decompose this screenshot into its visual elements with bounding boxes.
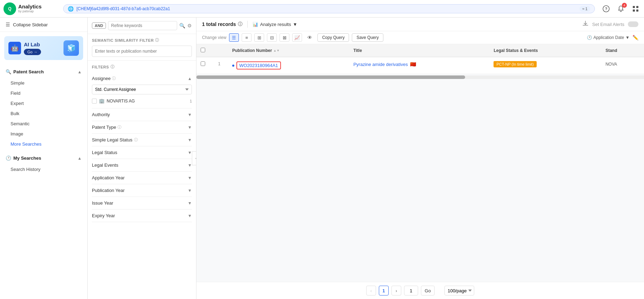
sidebar-item-search-history[interactable]: Search History [0, 164, 87, 174]
next-page-button[interactable]: › [391, 286, 401, 295]
assignee-select[interactable]: Std. Current Assignee [92, 85, 192, 94]
view-grid-button[interactable]: ⊞ [254, 33, 264, 42]
filter-keyword-input[interactable] [108, 21, 177, 30]
per-page-select[interactable]: 100/page [444, 286, 474, 295]
edit-columns-button[interactable]: ✏️ [632, 35, 638, 40]
table-header-row: Publication Number ▲▼ Title Legal Status… [196, 44, 644, 57]
prev-page-button[interactable]: ‹ [366, 286, 376, 295]
issue-year-chevron: ▼ [188, 201, 192, 206]
th-stand: Stand [601, 44, 644, 57]
set-email-label: Set Email Alerts [592, 22, 624, 27]
expiry-year-label: Expiry Year [92, 213, 115, 218]
patent-type-filter-header[interactable]: Patent Type ⓘ ▼ [92, 121, 192, 133]
application-year-chevron: ▼ [188, 175, 192, 180]
ai-lab-info: AI Lab Go → [24, 41, 41, 55]
url-bar[interactable]: 🌐 [CHEM]6a42d9f8-d031-487d-b7a6-acb70cab… [63, 4, 595, 13]
logo-area: Q Analytics by patsnap [4, 2, 60, 15]
eye-button[interactable]: 👁 [305, 33, 315, 42]
building-icon: 🏢 [99, 98, 105, 104]
filter-panel-collapse-handle[interactable]: ‹ [192, 151, 196, 165]
legal-status-cell: PCT-NP (In time limit) [489, 57, 601, 74]
row-checkbox[interactable] [201, 61, 205, 66]
analyze-results-button[interactable]: 📊 Analyze results ▼ [253, 22, 297, 27]
select-all-checkbox[interactable] [201, 48, 205, 52]
simple-legal-status-filter-header[interactable]: Simple Legal Status ⓘ ▼ [92, 134, 192, 146]
sort-chevron: ▼ [625, 35, 630, 40]
results-info-icon[interactable]: ⓘ [238, 21, 242, 27]
assignee-count-novartis: 1 [190, 99, 192, 103]
sidebar-item-image[interactable]: Image [0, 129, 87, 139]
collapse-sidebar-btn[interactable]: ☰ Collapse Sidebar [0, 18, 87, 32]
save-query-button[interactable]: Save Query [352, 33, 383, 42]
ai-lab-banner[interactable]: 🤖 AI Lab Go → 🧊 [4, 36, 83, 60]
view-list-button[interactable]: ☰ [229, 33, 239, 42]
my-searches-header[interactable]: 🕐 My Searches ▲ [0, 152, 87, 164]
assignee-filter-header[interactable]: Assignee ⓘ ▲ [92, 72, 192, 85]
legal-events-filter-header[interactable]: Legal Events ▼ [92, 159, 192, 171]
assignee-checkbox-novartis[interactable] [92, 99, 97, 104]
filter-search-button[interactable]: 🔍 [179, 23, 185, 28]
page-number-input[interactable] [404, 286, 418, 295]
ai-lab-label: AI Lab [24, 41, 41, 47]
assignee-filter-body: Std. Current Assignee 🏢 NOVARTIS AG 1 [92, 85, 192, 108]
patent-search-header[interactable]: 🔍 Patent Search ▲ [0, 66, 87, 78]
help-icon[interactable]: ? [601, 4, 611, 14]
assignee-label: Assignee ⓘ [92, 76, 116, 81]
legal-events-label: Legal Events [92, 162, 118, 168]
simple-legal-status-label: Simple Legal Status ⓘ [92, 137, 138, 142]
patent-search-label: 🔍 Patent Search [6, 69, 44, 74]
authority-filter-header[interactable]: Authority ▼ [92, 108, 192, 121]
svg-text:Q: Q [8, 6, 11, 11]
sidebar-item-more-searches[interactable]: More Searches [0, 139, 87, 149]
email-alerts-toggle[interactable] [628, 21, 638, 27]
sort-button[interactable]: 🕐 Application Date ▼ [587, 35, 630, 40]
semantic-section: SEMANTIC SIMILARITY FILTER ⓘ [88, 34, 196, 61]
issue-year-filter-header[interactable]: Issue Year ▼ [92, 197, 192, 209]
legal-events-filter-group: Legal Events ▼ [92, 159, 192, 172]
application-year-filter-group: Application Year ▼ [92, 172, 192, 184]
logo-main: Analytics [18, 4, 42, 10]
th-pub-number[interactable]: Publication Number ▲▼ [228, 44, 349, 57]
sidebar-item-bulk[interactable]: Bulk [0, 108, 87, 119]
horizontal-scrollbar[interactable] [196, 75, 644, 79]
results-toolbar: 1 total records ⓘ 📊 Analyze results ▼ Se… [196, 18, 644, 31]
sidebar-item-simple[interactable]: Simple [0, 78, 87, 88]
application-year-filter-header[interactable]: Application Year ▼ [92, 172, 192, 184]
main-content: 1 total records ⓘ 📊 Analyze results ▼ Se… [196, 18, 644, 299]
pub-number-cell: WO2023180964A1 [228, 57, 349, 74]
legal-status-filter-header[interactable]: Legal Status ▼ [92, 146, 192, 159]
th-checkbox [196, 44, 210, 57]
and-badge[interactable]: AND [92, 22, 106, 29]
publication-year-filter-header[interactable]: Publication Year ▼ [92, 184, 192, 197]
sidebar-item-semantic[interactable]: Semantic [0, 119, 87, 129]
authority-label: Authority [92, 112, 110, 117]
clock-icon: 🕐 [6, 155, 11, 161]
patent-search-chevron: ▲ [78, 69, 82, 74]
filters-section: FILTERS ⓘ Assignee ⓘ ▲ Std. Current Assi… [88, 61, 196, 226]
notification-icon[interactable]: 4 [616, 4, 626, 14]
ai-lab-go-button[interactable]: Go → [24, 49, 41, 55]
assignee-info-icon: ⓘ [112, 76, 116, 81]
horizontal-scroll-thumb [196, 75, 465, 79]
view-table-button[interactable]: ⊠ [280, 33, 289, 42]
copy-query-button[interactable]: Copy Query [317, 33, 349, 42]
filter-options-button[interactable]: ⚙ [187, 23, 192, 28]
sidebar-item-field[interactable]: Field [0, 88, 87, 98]
title-link[interactable]: Pyrazine amide derivatives 🇨🇳 [353, 61, 485, 67]
download-button[interactable] [582, 20, 589, 28]
issue-year-label: Issue Year [92, 200, 113, 206]
sidebar-item-expert[interactable]: Expert [0, 98, 87, 108]
view-chart-button[interactable]: 📈 [292, 33, 302, 42]
expiry-year-filter-header[interactable]: Expiry Year ▼ [92, 210, 192, 222]
simple-legal-status-filter-group: Simple Legal Status ⓘ ▼ [92, 134, 192, 146]
semantic-input[interactable] [92, 46, 192, 57]
apps-icon[interactable] [631, 4, 640, 14]
expiry-year-chevron: ▼ [188, 213, 192, 218]
go-button[interactable]: Go [421, 286, 435, 295]
pub-number-link[interactable]: WO2023180964A1 [236, 61, 281, 69]
view-card-button[interactable]: ⊟ [267, 33, 277, 42]
top-bar-actions: ? 4 [601, 4, 640, 14]
view-compact-button[interactable]: ≡ [242, 33, 251, 42]
patent-type-filter-group: Patent Type ⓘ ▼ [92, 121, 192, 134]
page-1-button[interactable]: 1 [379, 286, 389, 295]
